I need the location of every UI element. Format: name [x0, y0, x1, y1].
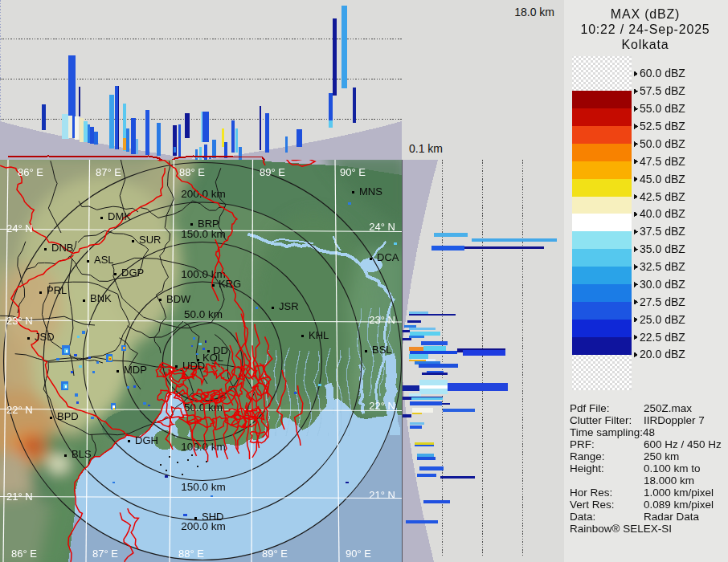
svg-text:KOL: KOL [202, 352, 223, 364]
svg-text:KRG: KRG [219, 278, 241, 290]
svg-text:PRL: PRL [47, 284, 67, 296]
svg-text:20.0 dBZ: 20.0 dBZ [640, 348, 685, 360]
svg-text:88° E: 88° E [178, 548, 204, 560]
svg-text:23° N: 23° N [369, 314, 395, 326]
svg-text:Time sampling:48: Time sampling:48 [570, 426, 655, 438]
svg-text:21° N: 21° N [6, 491, 33, 503]
svg-text:1.000 km/pixel: 1.000 km/pixel [644, 487, 714, 499]
svg-text:60.0 dBZ: 60.0 dBZ [640, 67, 685, 79]
svg-text:MNS: MNS [359, 185, 382, 198]
svg-text:0.089 km/pixel: 0.089 km/pixel [644, 499, 714, 511]
svg-text:57.5 dBZ: 57.5 dBZ [640, 84, 685, 97]
svg-text:0.100 km to: 0.100 km to [644, 462, 701, 474]
svg-text:DCA: DCA [377, 251, 399, 263]
svg-text:SUR: SUR [139, 234, 161, 246]
svg-text:88° E: 88° E [179, 166, 205, 178]
svg-text:45.0 dBZ: 45.0 dBZ [640, 173, 685, 185]
svg-text:22.5 dBZ: 22.5 dBZ [640, 331, 685, 344]
svg-text:Range:: Range: [570, 450, 605, 462]
svg-text:250 km: 250 km [644, 450, 679, 462]
svg-text:Rainbow® SELEX-SI: Rainbow® SELEX-SI [570, 523, 672, 535]
svg-text:BDW: BDW [166, 293, 191, 305]
svg-text:50.0 dBZ: 50.0 dBZ [640, 137, 685, 150]
svg-text:Clutter Filter:: Clutter Filter: [570, 414, 632, 426]
svg-text:10:22 / 24-Sep-2025: 10:22 / 24-Sep-2025 [580, 22, 710, 36]
svg-text:ASL: ASL [94, 254, 114, 266]
svg-text:86° E: 86° E [18, 166, 43, 178]
svg-text:22° N: 22° N [6, 404, 33, 416]
svg-text:BPD: BPD [57, 410, 79, 422]
svg-text:DMK: DMK [108, 210, 131, 222]
svg-text:90° E: 90° E [346, 548, 371, 560]
svg-text:JSD: JSD [35, 331, 55, 343]
svg-text:37.5 dBZ: 37.5 dBZ [640, 225, 685, 238]
svg-text:24° N: 24° N [6, 222, 33, 234]
svg-text:Data:: Data: [570, 511, 595, 523]
svg-text:24° N: 24° N [369, 221, 395, 233]
svg-text:100.0 km: 100.0 km [181, 441, 226, 453]
svg-text:600 Hz / 450 Hz: 600 Hz / 450 Hz [644, 438, 722, 450]
svg-text:87° E: 87° E [92, 548, 118, 560]
svg-text:PRF:: PRF: [570, 438, 595, 450]
svg-text:25.0 dBZ: 25.0 dBZ [640, 313, 685, 326]
svg-text:Vert Res:: Vert Res: [570, 499, 615, 511]
svg-text:MDP: MDP [124, 364, 147, 376]
svg-text:150.0 km: 150.0 km [181, 481, 226, 493]
svg-text:89° E: 89° E [262, 548, 288, 560]
svg-text:30.0 dBZ: 30.0 dBZ [640, 278, 685, 291]
svg-text:23° N: 23° N [6, 315, 33, 327]
svg-text:52.5 dBZ: 52.5 dBZ [640, 120, 685, 132]
svg-text:KHL: KHL [309, 329, 329, 341]
svg-text:47.5 dBZ: 47.5 dBZ [640, 155, 685, 168]
svg-text:42.5 dBZ: 42.5 dBZ [640, 190, 685, 203]
svg-text:Height:: Height: [570, 462, 604, 474]
svg-text:22° N: 22° N [369, 400, 395, 412]
svg-text:BRP: BRP [198, 218, 219, 230]
svg-text:Hor Res:: Hor Res: [570, 487, 612, 499]
svg-text:UDD: UDD [182, 360, 205, 372]
svg-text:32.5 dBZ: 32.5 dBZ [640, 260, 685, 273]
svg-text:SHD: SHD [202, 511, 223, 523]
svg-text:150.0 km: 150.0 km [181, 228, 226, 240]
svg-text:55.0 dBZ: 55.0 dBZ [640, 102, 685, 115]
svg-text:35.0 dBZ: 35.0 dBZ [640, 242, 685, 255]
svg-text:18.0 km: 18.0 km [514, 6, 554, 18]
svg-text:DGH: DGH [135, 434, 158, 446]
svg-text:250Z.max: 250Z.max [644, 402, 692, 414]
svg-text:Pdf File:: Pdf File: [570, 402, 610, 414]
svg-text:21° N: 21° N [369, 489, 395, 501]
svg-text:DNB: DNB [51, 242, 73, 254]
svg-text:MAX (dBZ): MAX (dBZ) [611, 7, 680, 21]
svg-text:IIRDoppler 7: IIRDoppler 7 [644, 414, 705, 426]
svg-text:0.1 km: 0.1 km [409, 142, 443, 155]
svg-text:Radar Data: Radar Data [644, 511, 700, 523]
svg-text:90° E: 90° E [340, 166, 366, 178]
svg-text:40.0 dBZ: 40.0 dBZ [640, 207, 685, 220]
svg-text:BLS: BLS [72, 448, 92, 460]
svg-text:87° E: 87° E [96, 166, 121, 178]
svg-text:89° E: 89° E [260, 166, 285, 178]
svg-text:DGP: DGP [121, 267, 144, 279]
svg-text:BSL: BSL [372, 344, 392, 356]
svg-text:Kolkata: Kolkata [622, 38, 669, 51]
svg-text:18.000 km: 18.000 km [644, 474, 694, 487]
svg-text:27.5 dBZ: 27.5 dBZ [640, 295, 685, 308]
svg-text:86° E: 86° E [11, 548, 37, 560]
svg-text:JSR: JSR [279, 300, 299, 312]
svg-text:BNK: BNK [90, 292, 112, 304]
